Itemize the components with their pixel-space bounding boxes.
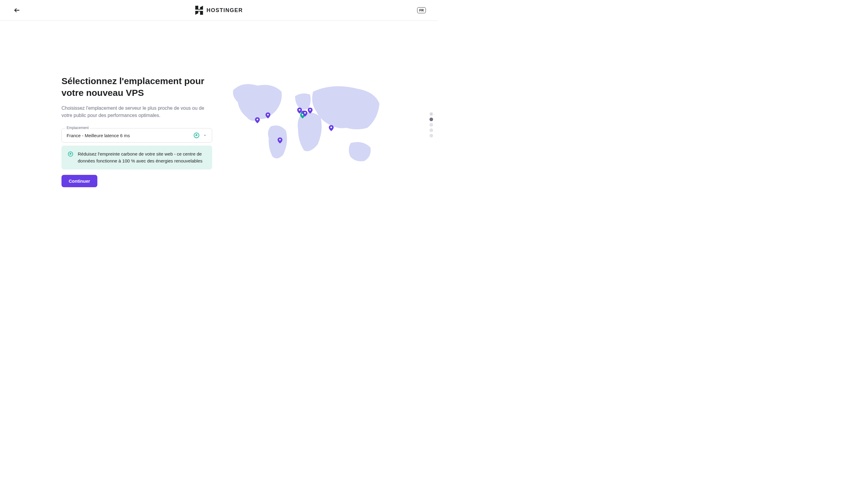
- step-4[interactable]: [430, 129, 433, 132]
- progress-stepper: [430, 112, 433, 137]
- language-selector[interactable]: FR: [417, 7, 426, 13]
- hostinger-logo-icon: [195, 6, 203, 15]
- map-pin-lithuania[interactable]: [308, 108, 313, 114]
- continue-button[interactable]: Continuer: [62, 175, 97, 187]
- page-subtitle: Choisissez l'emplacement de serveur le p…: [62, 105, 212, 119]
- svg-point-6: [299, 109, 300, 110]
- location-label: Emplacement: [65, 126, 90, 130]
- step-2[interactable]: [430, 118, 433, 121]
- page-title: Sélectionnez l'emplacement pour votre no…: [62, 75, 212, 99]
- svg-point-9: [304, 112, 306, 113]
- map-pin-germany[interactable]: [302, 110, 308, 117]
- step-1[interactable]: [430, 112, 433, 116]
- step-5[interactable]: [430, 134, 433, 137]
- svg-point-10: [309, 109, 311, 110]
- back-button[interactable]: [12, 5, 22, 15]
- map-pin-brazil[interactable]: [278, 137, 282, 143]
- map-pin-usa-east[interactable]: [265, 113, 270, 118]
- map-pin-india[interactable]: [329, 125, 334, 131]
- step-3[interactable]: [430, 123, 433, 126]
- map-pin-usa-west[interactable]: [255, 117, 260, 123]
- brand-logo: HOSTINGER: [195, 6, 243, 15]
- svg-point-5: [279, 139, 281, 140]
- svg-point-3: [257, 119, 258, 120]
- svg-point-11: [330, 126, 332, 128]
- world-map-svg: [230, 75, 381, 172]
- eco-leaf-icon: [68, 151, 73, 157]
- eco-notice-box: Réduisez l'empreinte carbone de votre si…: [62, 146, 212, 169]
- arrow-left-icon: [14, 7, 20, 14]
- eco-notice-text: Réduisez l'empreinte carbone de votre si…: [78, 150, 206, 165]
- brand-name: HOSTINGER: [206, 7, 243, 14]
- location-select[interactable]: France - Meilleure latence 6 ms: [62, 128, 212, 142]
- location-value: France - Meilleure latence 6 ms: [67, 133, 130, 138]
- svg-point-4: [267, 114, 268, 116]
- eco-leaf-icon: [193, 132, 200, 139]
- world-map: [230, 75, 381, 172]
- main-content: Sélectionnez l'emplacement pour votre no…: [0, 21, 438, 187]
- chevron-down-icon: [203, 133, 207, 137]
- header: HOSTINGER FR: [0, 0, 438, 21]
- location-field: Emplacement France - Meilleure latence 6…: [62, 128, 212, 142]
- form-panel: Sélectionnez l'emplacement pour votre no…: [62, 75, 212, 187]
